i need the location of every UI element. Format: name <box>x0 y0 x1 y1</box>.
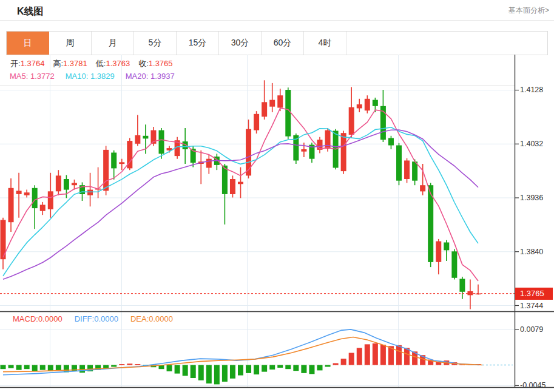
macd-bar <box>40 365 46 370</box>
candle <box>309 143 314 163</box>
candle-body <box>404 161 410 180</box>
open-value: 开:1.3764 <box>10 58 44 69</box>
macd-bar <box>309 365 314 374</box>
macd-bar <box>56 365 61 371</box>
macd-bar <box>293 365 299 371</box>
macd-bar <box>357 348 362 365</box>
candle <box>428 183 433 268</box>
ma20-line <box>3 130 478 279</box>
candle <box>135 115 140 146</box>
candle <box>349 87 354 138</box>
candle-body <box>8 188 14 222</box>
macd-bar <box>238 365 243 376</box>
macd-bar <box>198 365 204 380</box>
macd-bar <box>230 365 235 379</box>
close-value: 收:1.3765 <box>138 58 172 69</box>
candle-body <box>222 166 228 194</box>
candle-body <box>40 205 46 211</box>
candle-body <box>444 243 449 251</box>
candle-body <box>24 192 30 195</box>
candle-body <box>451 251 457 278</box>
candle-body <box>119 162 124 164</box>
macd-bar <box>167 365 172 371</box>
candle-body <box>87 190 93 195</box>
candle <box>206 155 212 174</box>
macd-bar <box>119 364 124 365</box>
candle-body <box>388 138 394 146</box>
candle <box>1 218 6 269</box>
macd-axis-label: 0.0079 <box>520 324 543 335</box>
candle-body <box>254 114 259 130</box>
macd-bar <box>269 365 275 370</box>
candle <box>396 143 402 185</box>
macd-value: MACD:0.0000 <box>13 314 62 323</box>
candle-body <box>396 146 402 181</box>
macd-bar <box>317 365 323 371</box>
candle <box>40 202 46 215</box>
candle-body <box>262 102 267 117</box>
candle <box>317 137 323 154</box>
candle <box>127 138 132 171</box>
candle <box>365 95 370 113</box>
candle-body <box>238 182 243 184</box>
low-value: 低:1.3763 <box>96 58 130 69</box>
price-axis-label: 1.3936 <box>520 192 543 203</box>
candle <box>444 240 449 261</box>
candle-body <box>365 99 370 110</box>
macd-bar <box>277 365 283 368</box>
kline-page: K线图 基本面分析> 日 周 月 5分 15分 30分 60分 4时 开:1.3… <box>0 0 554 392</box>
ma5-value: MA5: 1.3772 <box>10 72 55 81</box>
macd-bar <box>24 365 30 370</box>
candle <box>269 83 275 112</box>
price-axis-label: 1.4032 <box>520 138 543 149</box>
candle-body <box>72 183 77 186</box>
candle-body <box>246 129 251 176</box>
macd-bar <box>222 365 228 382</box>
macd-axis-label: -0.0045 <box>520 380 546 391</box>
candle <box>87 173 93 207</box>
candle <box>451 249 457 280</box>
candle-body <box>277 95 283 107</box>
macd-bar <box>396 345 402 365</box>
price-axis-label: 1.3744 <box>520 300 543 311</box>
macd-bar <box>404 348 410 365</box>
macd-bar <box>246 365 251 373</box>
candle-body <box>206 159 212 168</box>
high-value: 高:1.3781 <box>53 58 87 69</box>
macd-bar <box>8 365 14 368</box>
last-price-badge: 1.3765 <box>515 288 553 300</box>
macd-bar <box>16 365 22 370</box>
candle <box>238 167 243 198</box>
candle-body <box>159 130 164 154</box>
candle-body <box>111 153 117 169</box>
macd-bar <box>380 345 386 365</box>
candle <box>388 136 394 149</box>
candle-body <box>135 135 140 144</box>
macd-bar <box>254 365 259 375</box>
candle <box>476 285 481 295</box>
candle-body <box>436 242 441 262</box>
price-axis-label: 1.3840 <box>520 246 543 257</box>
price-axis-label: 1.4128 <box>520 84 543 95</box>
macd-legend: MACD:0.0000 DIFF:0.0000 DEA:0.0000 <box>13 314 173 323</box>
candle <box>254 111 259 133</box>
macd-bar <box>1 365 6 370</box>
candle <box>230 175 235 197</box>
macd-bar <box>183 365 188 376</box>
candle <box>16 173 22 218</box>
candle-body <box>285 90 291 137</box>
candle <box>301 143 306 157</box>
candle-body <box>420 185 425 191</box>
macd-bar <box>365 344 370 365</box>
candle <box>262 80 267 120</box>
macd-bar <box>214 365 220 385</box>
candle-body <box>143 136 148 139</box>
candle-body <box>373 100 378 106</box>
macd-bar <box>127 363 132 365</box>
candle-body <box>48 191 53 209</box>
candle-body <box>301 149 306 152</box>
candle-body <box>16 191 22 194</box>
macd-bar <box>301 365 306 373</box>
candle-body <box>412 161 417 180</box>
macd-bar <box>175 365 180 374</box>
